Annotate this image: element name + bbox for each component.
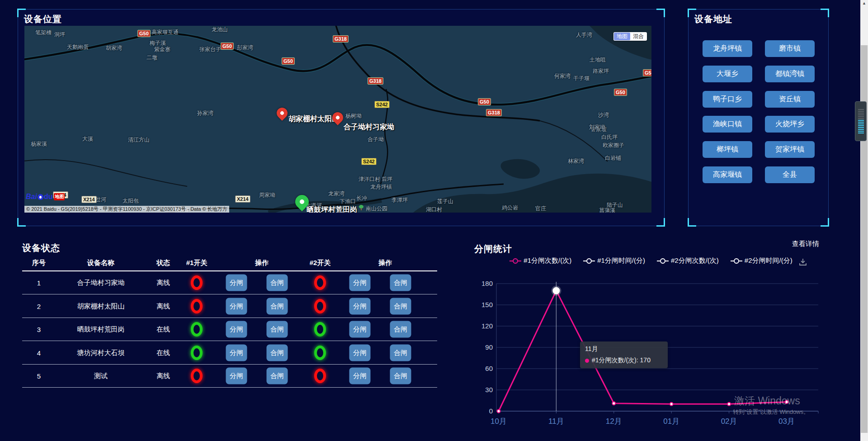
close-switch2-button[interactable]: 合闸 [390, 368, 411, 384]
open-switch1-button[interactable]: 分闸 [226, 368, 247, 384]
address-button-4[interactable]: 鸭子口乡 [703, 91, 752, 108]
map-place-label: 高家堰互通 [151, 28, 179, 36]
map-place-label: 大溪 [82, 135, 93, 143]
scroll-indicator-widget[interactable] [855, 101, 867, 141]
legend-line [739, 261, 742, 261]
address-button-11[interactable]: 全县 [765, 166, 815, 183]
map-place-label: 白氏坪 [601, 133, 618, 141]
park-tree-icon [359, 205, 364, 210]
map-place-label: 菖蒲溪 [599, 207, 615, 213]
close-switch1-button[interactable]: 合闸 [267, 275, 288, 291]
legend-line [509, 261, 513, 261]
device-name: 测试 [94, 372, 108, 380]
open-switch1-button[interactable]: 分闸 [226, 321, 247, 338]
legend-item-2[interactable]: #2分闸次数/(次) [657, 256, 719, 265]
map-place-label: 何家湾 [554, 72, 571, 80]
row-index: 2 [37, 302, 41, 310]
close-switch2-button[interactable]: 合闸 [390, 344, 411, 361]
switch2-indicator-red [314, 299, 326, 313]
device-name: 胡家棚村太阳山 [77, 302, 125, 310]
legend-label: #1分闸时间/(分) [597, 256, 645, 265]
chart-legend: #1分闸次数/(次)#1分闸时间/(分)#2分闸次数/(次)#2分闸时间/(分) [497, 256, 805, 265]
highlighted-data-point[interactable] [552, 287, 560, 294]
baidu-logo-bai: Bai [26, 193, 37, 201]
map-type-hybrid-button[interactable]: 混合 [630, 33, 646, 40]
scroll-widget-stripe [858, 114, 864, 115]
road-shield-g50: G50 [221, 43, 234, 50]
device-status: 在线 [156, 325, 170, 334]
open-switch1-button[interactable]: 分闸 [226, 275, 247, 291]
road-shield-s242: S242 [374, 101, 390, 108]
baidu-map[interactable]: 笔架槽洞坪天鹅抱蛋胡家湾高家堰互通梅子溪紫金寨二墩张家台子龙池山彭家湾人手湾土地… [24, 26, 651, 213]
tooltip-value: #1分闸次数/(次): 170 [592, 356, 651, 365]
address-button-0[interactable]: 龙舟坪镇 [703, 40, 752, 57]
close-switch2-button[interactable]: 合闸 [390, 275, 411, 291]
close-switch1-button[interactable]: 合闸 [267, 344, 288, 361]
panel-title-device-location: 设备位置 [24, 13, 62, 25]
address-button-1[interactable]: 磨市镇 [765, 40, 815, 57]
open-switch2-button[interactable]: 分闸 [349, 275, 371, 291]
switch2-indicator-red [314, 369, 326, 383]
dashboard: 设备位置 笔架槽洞坪天鹅抱蛋胡家湾高家堰互通梅子溪紫金寨二墩张家台子龙池山彭家湾… [0, 0, 868, 441]
road-shield-g50: G50 [614, 89, 627, 96]
map-place-label: 路家坪 [593, 67, 609, 75]
legend-item-1[interactable]: #1分闸时间/(分) [583, 256, 645, 265]
x-axis-tick: 12月 [606, 417, 622, 426]
map-place-label: 二墩 [146, 54, 157, 62]
legend-item-0[interactable]: #1分闸次数/(次) [509, 256, 571, 265]
map-place-label: 莲子山 [437, 198, 453, 205]
map-place-label: 下渔口 [340, 198, 356, 205]
row-index: 1 [37, 279, 41, 287]
view-details-link[interactable]: 查看详情 [792, 240, 819, 248]
close-switch1-button[interactable]: 合闸 [267, 368, 288, 384]
data-point[interactable] [497, 410, 500, 413]
address-button-5[interactable]: 资丘镇 [765, 91, 815, 108]
open-switch2-button[interactable]: 分闸 [349, 321, 371, 338]
data-point[interactable] [727, 403, 731, 406]
close-switch2-button[interactable]: 合闸 [390, 298, 411, 314]
address-button-2[interactable]: 大堰乡 [703, 66, 752, 82]
map-place-label: 龙池山 [212, 26, 228, 33]
legend-line [731, 261, 734, 261]
legend-dot [586, 258, 592, 264]
windows-activation-hint: 转到“设置”以激活 Windows。 [733, 408, 809, 416]
baidu-paw-icon [38, 194, 43, 200]
map-place-label: 张家台子 [199, 46, 221, 53]
open-switch2-button[interactable]: 分闸 [349, 298, 371, 314]
map-pin-label: 合子坳村习家坳 [344, 123, 394, 132]
address-button-3[interactable]: 都镇湾镇 [765, 66, 815, 82]
y-axis-tick: 150 [481, 301, 493, 308]
map-type-map-button[interactable]: 地图 [614, 33, 630, 40]
open-switch1-button[interactable]: 分闸 [226, 298, 247, 314]
open-switch1-button[interactable]: 分闸 [226, 344, 247, 361]
map-place-label: 龙家湾 [328, 190, 344, 198]
map-place-label: 白岩铺 [605, 154, 621, 162]
y-axis-tick: 0 [489, 407, 493, 415]
address-button-7[interactable]: 火烧坪乡 [765, 116, 815, 133]
open-switch2-button[interactable]: 分闸 [349, 344, 371, 361]
close-switch1-button[interactable]: 合闸 [267, 321, 288, 338]
scrollbar-up-arrow[interactable]: ▲ [860, 1, 868, 5]
map-place-label: 欧家圈子 [603, 142, 624, 149]
scroll-widget-stripe [858, 120, 864, 121]
baidu-logo: Bai du 地图 [26, 193, 65, 201]
map-copyright: © 2021 Baidu - GS(2019)5218号 - 甲测资字11009… [24, 206, 229, 213]
open-switch2-button[interactable]: 分闸 [349, 368, 371, 384]
address-button-6[interactable]: 渔峡口镇 [703, 116, 752, 133]
scrollbar[interactable]: ▲ [860, 0, 868, 441]
baidu-map-badge: 地图 [54, 193, 65, 200]
address-button-10[interactable]: 高家堰镇 [703, 166, 752, 183]
address-button-8[interactable]: 榔坪镇 [703, 141, 752, 158]
x-axis-tick: 11月 [548, 417, 564, 426]
device-status: 离线 [156, 302, 170, 310]
data-point[interactable] [612, 402, 615, 405]
legend-label: #2分闸时间/(分) [745, 256, 793, 265]
map-place-label: 干子堰 [573, 75, 590, 82]
data-point[interactable] [670, 403, 673, 406]
table-row: 4塘坊河村大石坝在线分闸合闸分闸合闸 [22, 341, 437, 365]
address-button-9[interactable]: 贺家坪镇 [765, 141, 815, 158]
y-axis-tick: 30 [485, 386, 493, 394]
legend-item-3[interactable]: #2分闸时间/(分) [731, 256, 793, 265]
close-switch2-button[interactable]: 合闸 [390, 321, 411, 338]
close-switch1-button[interactable]: 合闸 [267, 298, 288, 314]
